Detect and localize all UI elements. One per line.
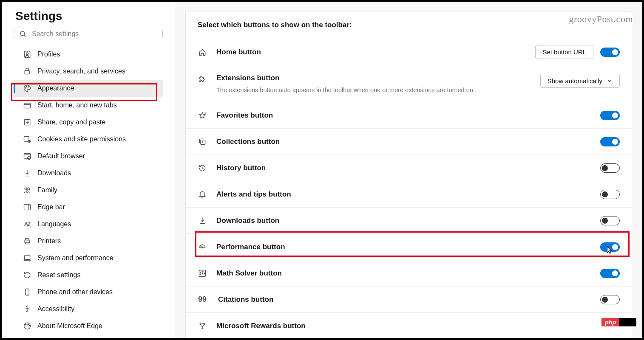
trophy-icon	[198, 321, 207, 331]
history-toggle[interactable]	[600, 163, 620, 173]
sidebar-item-label: Printers	[37, 237, 61, 245]
sidebar-item-about[interactable]: About Microsoft Edge	[14, 318, 163, 334]
svg-point-0	[20, 31, 25, 36]
row-home-button: Home button Set button URL	[186, 38, 632, 66]
favorites-toggle[interactable]	[600, 111, 620, 120]
sidebar-item-label: Phone and other devices	[37, 288, 113, 296]
sidebar-item-appearance[interactable]: Appearance	[14, 80, 163, 97]
svg-point-6	[26, 86, 27, 87]
sidebar-item-profiles[interactable]: Profiles	[14, 46, 163, 63]
sidebar-item-label: Start, home, and new tabs	[37, 101, 117, 109]
row-alerts-button: Alerts and tips button	[186, 181, 632, 207]
browser-check-icon	[23, 152, 31, 160]
sidebar-nav: Profiles Privacy, search, and services A…	[14, 46, 163, 334]
row-label: Extensions button	[216, 74, 540, 82]
bell-icon	[198, 190, 207, 199]
math-toggle[interactable]	[600, 269, 620, 278]
row-label: Citations button	[216, 295, 600, 304]
palette-icon	[23, 84, 31, 93]
sidebar-item-languages[interactable]: Languages	[14, 216, 163, 233]
row-label: Alerts and tips button	[216, 190, 600, 199]
phone-icon	[23, 288, 31, 296]
sidebar-item-label: Reset settings	[37, 271, 80, 279]
search-input[interactable]	[32, 30, 157, 38]
extensions-mode-dropdown[interactable]: Show automatically	[540, 74, 620, 88]
performance-toggle[interactable]	[600, 242, 620, 252]
svg-point-14	[25, 188, 27, 190]
sidebar-item-privacy[interactable]: Privacy, search, and services	[14, 63, 163, 80]
sidebar-item-label: Profiles	[37, 51, 60, 58]
row-label: History button	[216, 164, 600, 172]
citations-toggle[interactable]	[600, 295, 620, 304]
search-icon	[19, 30, 27, 38]
reset-icon	[23, 271, 31, 279]
sidebar-item-reset[interactable]: Reset settings	[14, 267, 163, 284]
set-button-url-button[interactable]: Set button URL	[535, 45, 593, 59]
family-icon	[23, 186, 31, 194]
collections-icon	[198, 137, 207, 146]
watermark-text: groovyPost.com	[569, 14, 633, 25]
download-icon	[198, 216, 207, 225]
alerts-toggle[interactable]	[600, 190, 620, 199]
svg-rect-17	[24, 204, 31, 210]
settings-title: Settings	[14, 9, 163, 23]
row-math-solver-button: Math Solver button	[186, 260, 632, 286]
row-description: The extensions button auto appears in th…	[216, 86, 540, 94]
sidebar-item-start[interactable]: Start, home, and new tabs	[14, 97, 163, 114]
sidebar-item-printers[interactable]: Printers	[14, 233, 163, 250]
sidebar-item-label: Accessibility	[37, 305, 74, 313]
svg-rect-21	[24, 256, 30, 259]
sidebar-item-accessibility[interactable]: Accessibility	[14, 301, 163, 318]
svg-rect-19	[26, 238, 29, 240]
svg-point-15	[28, 188, 30, 190]
row-collections-button: Collections button	[186, 128, 632, 155]
svg-rect-4	[25, 70, 30, 74]
sidebar-item-edge-bar[interactable]: Edge bar	[14, 199, 163, 216]
row-extensions-button: Extensions button The extensions button …	[186, 66, 632, 102]
sidebar-item-system[interactable]: System and performance	[14, 250, 163, 267]
sidebar-item-family[interactable]: Family	[14, 182, 163, 199]
row-label: Collections button	[216, 138, 600, 146]
cookies-icon	[23, 135, 31, 143]
sidebar-item-label: Share, copy and paste	[37, 118, 105, 126]
home-icon	[198, 48, 207, 57]
sidebar-item-label: Edge bar	[37, 203, 65, 211]
svg-line-1	[24, 35, 26, 37]
sidebar-item-share[interactable]: Share, copy and paste	[14, 114, 163, 131]
sidebar-item-cookies[interactable]: Cookies and site permissions	[14, 131, 163, 148]
citations-icon: 99	[198, 295, 207, 304]
sidebar-item-label: System and performance	[37, 254, 113, 262]
svg-point-5	[25, 87, 26, 88]
collections-toggle[interactable]	[600, 137, 620, 146]
section-title: Select which buttons to show on the tool…	[186, 11, 632, 38]
svg-rect-2	[24, 51, 30, 58]
svg-rect-8	[24, 103, 31, 108]
toolbar-buttons-card: Select which buttons to show on the tool…	[185, 11, 632, 338]
search-settings-field[interactable]	[14, 30, 163, 38]
edge-icon	[23, 322, 31, 330]
svg-point-16	[26, 191, 28, 192]
home-button-toggle[interactable]	[600, 48, 620, 57]
row-label: Home button	[216, 48, 535, 56]
svg-point-3	[26, 53, 28, 55]
sidebar-item-label: Privacy, search, and services	[37, 67, 125, 75]
sidebar-item-label: Languages	[37, 220, 71, 228]
row-label: Performance button	[216, 243, 600, 251]
downloads-toggle[interactable]	[600, 216, 620, 225]
row-rewards-button: Microsoft Rewards button	[186, 312, 632, 338]
lock-icon	[23, 67, 31, 76]
profile-icon	[23, 50, 31, 59]
sidebar-item-downloads[interactable]: Downloads	[14, 165, 163, 182]
sidebar-item-label: Downloads	[37, 169, 71, 177]
row-label: Favorites button	[216, 111, 600, 120]
svg-point-7	[28, 87, 29, 87]
history-icon	[198, 163, 207, 173]
row-citations-button: 99 Citations button	[186, 286, 632, 312]
sidebar-item-phone[interactable]: Phone and other devices	[14, 284, 163, 301]
accessibility-icon	[23, 305, 31, 313]
row-label: Downloads button	[216, 216, 600, 225]
row-performance-button: Performance button	[186, 233, 632, 260]
share-icon	[23, 118, 31, 126]
sidebar-item-label: Family	[37, 186, 57, 194]
sidebar-item-default-browser[interactable]: Default browser	[14, 148, 163, 165]
